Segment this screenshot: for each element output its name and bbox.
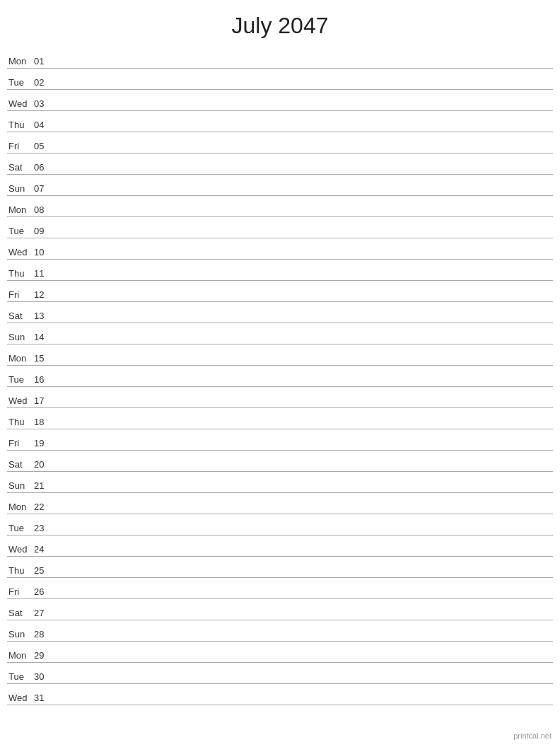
day-name: Tue <box>7 77 34 88</box>
day-name: Sat <box>7 459 34 470</box>
day-name: Sat <box>7 162 34 173</box>
day-name: Sun <box>7 183 34 194</box>
day-line <box>54 299 553 300</box>
day-name: Wed <box>7 693 34 703</box>
day-line <box>54 490 553 491</box>
day-number: 01 <box>34 56 54 66</box>
day-name: Thu <box>7 120 34 130</box>
day-row: Tue16 <box>7 366 553 387</box>
day-number: 03 <box>34 98 54 109</box>
day-row: Wed03 <box>7 90 553 111</box>
day-name: Mon <box>7 204 34 215</box>
day-number: 27 <box>34 608 54 618</box>
day-number: 10 <box>34 247 54 257</box>
day-number: 20 <box>34 459 54 470</box>
day-line <box>54 363 553 364</box>
day-name: Mon <box>7 650 34 661</box>
day-line <box>54 66 553 66</box>
day-name: Fri <box>7 586 34 597</box>
day-row: Mon08 <box>7 196 553 217</box>
day-row: Thu25 <box>7 557 553 578</box>
day-number: 21 <box>34 480 54 491</box>
day-name: Sun <box>7 332 34 342</box>
day-line <box>54 660 553 661</box>
day-row: Sun21 <box>7 472 553 493</box>
day-row: Fri05 <box>7 132 553 154</box>
day-name: Mon <box>7 502 34 512</box>
day-number: 19 <box>34 438 54 448</box>
page-title: July 2047 <box>0 0 560 47</box>
day-line <box>54 214 553 215</box>
day-line <box>54 702 553 703</box>
day-number: 13 <box>34 311 54 321</box>
day-line <box>54 511 553 512</box>
day-name: Wed <box>7 247 34 257</box>
day-name: Thu <box>7 417 34 427</box>
day-number: 11 <box>34 268 54 279</box>
day-row: Mon15 <box>7 344 553 366</box>
day-line <box>54 427 553 427</box>
day-number: 18 <box>34 417 54 427</box>
day-row: Sat27 <box>7 599 553 620</box>
day-line <box>54 257 553 257</box>
day-name: Thu <box>7 565 34 576</box>
day-name: Fri <box>7 289 34 300</box>
day-number: 09 <box>34 226 54 236</box>
day-row: Wed17 <box>7 387 553 408</box>
day-name: Tue <box>7 671 34 682</box>
day-row: Fri19 <box>7 429 553 451</box>
day-number: 30 <box>34 671 54 682</box>
day-row: Fri12 <box>7 281 553 302</box>
day-name: Fri <box>7 141 34 151</box>
day-name: Wed <box>7 395 34 406</box>
day-name: Wed <box>7 544 34 555</box>
day-name: Fri <box>7 438 34 448</box>
day-row: Sat20 <box>7 451 553 472</box>
day-number: 16 <box>34 374 54 385</box>
day-line <box>54 639 553 639</box>
day-number: 24 <box>34 544 54 555</box>
day-line <box>54 384 553 385</box>
day-name: Tue <box>7 374 34 385</box>
day-line <box>54 236 553 236</box>
day-number: 25 <box>34 565 54 576</box>
day-row: Sun14 <box>7 323 553 344</box>
day-row: Wed24 <box>7 535 553 557</box>
day-number: 12 <box>34 289 54 300</box>
day-row: Sat06 <box>7 154 553 175</box>
day-number: 22 <box>34 502 54 512</box>
day-number: 29 <box>34 650 54 661</box>
day-line <box>54 193 553 194</box>
day-number: 05 <box>34 141 54 151</box>
day-name: Tue <box>7 523 34 533</box>
day-row: Tue30 <box>7 663 553 684</box>
day-name: Sun <box>7 629 34 639</box>
day-line <box>54 129 553 130</box>
day-number: 17 <box>34 395 54 406</box>
day-line <box>54 342 553 342</box>
day-number: 23 <box>34 523 54 533</box>
day-line <box>54 448 553 448</box>
calendar-list: Mon01Tue02Wed03Thu04Fri05Sat06Sun07Mon08… <box>0 47 560 705</box>
day-row: Tue23 <box>7 514 553 535</box>
day-name: Mon <box>7 353 34 364</box>
day-row: Tue02 <box>7 69 553 90</box>
day-name: Sat <box>7 608 34 618</box>
day-name: Wed <box>7 98 34 109</box>
day-line <box>54 320 553 321</box>
day-line <box>54 151 553 151</box>
day-line <box>54 596 553 597</box>
day-number: 15 <box>34 353 54 364</box>
day-number: 06 <box>34 162 54 173</box>
day-name: Sat <box>7 311 34 321</box>
day-number: 28 <box>34 629 54 639</box>
day-number: 02 <box>34 77 54 88</box>
day-number: 14 <box>34 332 54 342</box>
day-number: 08 <box>34 204 54 215</box>
day-row: Mon22 <box>7 493 553 514</box>
day-line <box>54 554 553 555</box>
day-row: Tue09 <box>7 217 553 238</box>
day-row: Sat13 <box>7 302 553 323</box>
day-line <box>54 405 553 406</box>
day-line <box>54 618 553 618</box>
